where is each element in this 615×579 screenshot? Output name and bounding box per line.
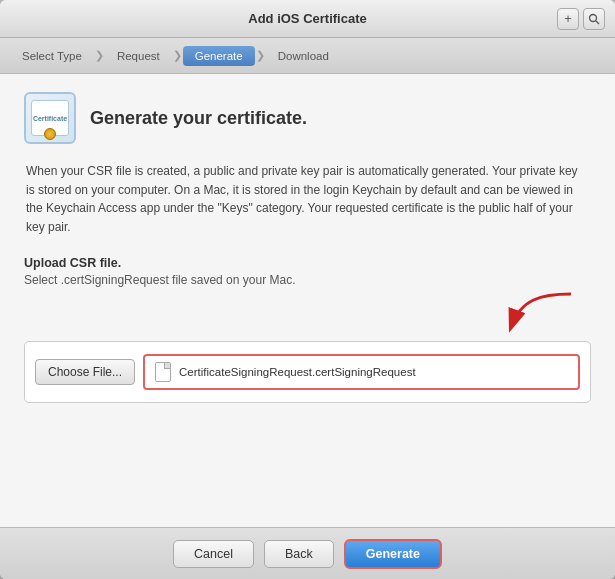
cert-dot: [44, 128, 56, 140]
svg-point-0: [590, 14, 597, 21]
upload-label: Upload CSR file.: [24, 256, 591, 270]
breadcrumb-label-generate: Generate: [183, 46, 255, 66]
search-icon: [588, 13, 600, 25]
breadcrumb: Select Type ❯ Request ❯ Generate ❯ Downl…: [0, 38, 615, 74]
certificate-icon: Certificate: [24, 92, 76, 144]
upload-box: Choose File... CertificateSigningRequest…: [24, 341, 591, 403]
breadcrumb-generate[interactable]: Generate: [183, 38, 255, 73]
titlebar: Add iOS Certificate +: [0, 0, 615, 38]
arrow-indicator: [461, 289, 581, 339]
titlebar-actions: +: [557, 8, 605, 30]
page-heading: Generate your certificate.: [90, 108, 307, 129]
cert-icon-text: Certificate: [33, 115, 67, 122]
breadcrumb-label-download: Download: [266, 46, 341, 66]
header-row: Certificate Generate your certificate.: [24, 92, 591, 144]
cert-icon-inner: Certificate: [31, 100, 69, 136]
breadcrumb-label-select-type: Select Type: [10, 46, 94, 66]
breadcrumb-select-type[interactable]: Select Type: [10, 38, 94, 73]
cancel-button[interactable]: Cancel: [173, 540, 254, 568]
content-area: Certificate Generate your certificate. W…: [0, 74, 615, 527]
file-upload-row: Choose File... CertificateSigningRequest…: [35, 354, 580, 390]
upload-section: Upload CSR file. Select .certSigningRequ…: [24, 256, 591, 403]
breadcrumb-arrow-3: ❯: [256, 49, 265, 62]
arrow-area: [24, 297, 591, 341]
upload-sublabel: Select .certSigningRequest file saved on…: [24, 273, 591, 287]
breadcrumb-request[interactable]: Request: [105, 38, 172, 73]
svg-line-1: [596, 20, 599, 23]
breadcrumb-download[interactable]: Download: [266, 38, 341, 73]
selected-file-name: CertificateSigningRequest.certSigningReq…: [179, 366, 416, 378]
search-button[interactable]: [583, 8, 605, 30]
window-title: Add iOS Certificate: [248, 11, 366, 26]
add-button[interactable]: +: [557, 8, 579, 30]
breadcrumb-arrow-2: ❯: [173, 49, 182, 62]
back-button[interactable]: Back: [264, 540, 334, 568]
footer: Cancel Back Generate: [0, 527, 615, 579]
file-icon: [155, 362, 171, 382]
choose-file-button[interactable]: Choose File...: [35, 359, 135, 385]
breadcrumb-arrow-1: ❯: [95, 49, 104, 62]
main-window: Add iOS Certificate + Select Type ❯ Requ…: [0, 0, 615, 579]
file-display-area: CertificateSigningRequest.certSigningReq…: [143, 354, 580, 390]
generate-button[interactable]: Generate: [344, 539, 442, 569]
breadcrumb-label-request: Request: [105, 46, 172, 66]
description-text: When your CSR file is created, a public …: [24, 162, 591, 236]
